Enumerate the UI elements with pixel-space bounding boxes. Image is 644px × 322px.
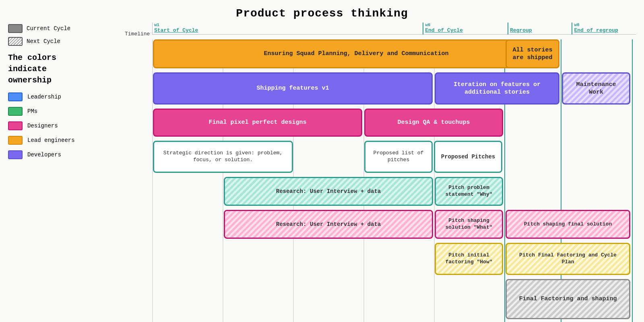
current-cycle-icon — [8, 24, 23, 33]
leadership-icon — [8, 92, 23, 101]
legend-designers: Designers — [8, 121, 75, 130]
squad-planning-text: Ensuring Squad Planning, Delivery and Co… — [264, 50, 448, 58]
timeline-week-6: w6 — [425, 23, 508, 27]
pitch-final-factoring-card: Pitch Final Factoring and Cycle Plan — [506, 243, 630, 275]
proposed-pitches-card: Proposed Pitches — [434, 141, 502, 173]
pitch-problem-card: Pitch problem statement "Why" — [435, 177, 503, 206]
timeline-label: Timeline — [125, 22, 152, 37]
page-title: Product process thinking — [0, 0, 644, 24]
pitch-final-factoring-text: Pitch Final Factoring and Cycle Plan — [512, 252, 623, 266]
timeline-week-1: w1 — [154, 23, 298, 27]
research-interview-1-text: Research: User Interview + data — [276, 188, 381, 195]
design-qa-card: Design QA & touchups — [364, 109, 503, 137]
maintenance-work-text: Maintenance Work — [569, 81, 623, 96]
pitch-initial-factoring-card: Pitch initial factoring "How" — [435, 243, 503, 275]
main-grid: Ensuring Squad Planning, Delivery and Co… — [152, 39, 632, 322]
pitch-problem-text: Pitch problem statement "Why" — [442, 185, 496, 198]
legend-lead-engineers: Lead engineers — [8, 136, 75, 145]
developers-label: Developers — [27, 152, 61, 158]
colors-title: The colorsindicateownership — [8, 52, 72, 86]
proposed-pitches-text: Proposed Pitches — [441, 153, 495, 160]
final-pixel-card: Final pixel perfect designs — [153, 109, 362, 137]
designers-icon — [8, 121, 23, 130]
final-factoring-card: Final Factoring and shaping — [506, 279, 630, 319]
final-pixel-text: Final pixel perfect designs — [208, 119, 306, 127]
leadership-label: Leadership — [27, 94, 61, 100]
lead-engineers-label: Lead engineers — [27, 137, 75, 144]
pitch-shaping-what-text: Pitch shaping solution "What" — [442, 217, 496, 231]
timeline-week-8: w8 — [574, 23, 636, 27]
pms-icon — [8, 107, 23, 116]
proposed-list-text: Proposed list of pitches — [371, 150, 426, 164]
vline-end-regroup — [632, 39, 633, 322]
pitch-shaping-final-card: Pitch shaping final solution — [506, 210, 630, 239]
pms-label: PMs — [27, 108, 37, 115]
proposed-list-card: Proposed list of pitches — [364, 141, 433, 173]
next-cycle-label: Next Cycle — [27, 38, 60, 45]
final-factoring-text: Final Factoring and shaping — [519, 295, 617, 303]
current-cycle-label: Current Cycle — [27, 25, 70, 32]
timeline-w1: w1 Start of Cycle — [152, 23, 298, 35]
all-stories-text: All stories are shipped — [512, 46, 553, 62]
research-interview-2-card: Research: User Interview + data — [224, 210, 433, 239]
developers-icon — [8, 150, 23, 159]
timeline-w8: w8 End of regroup — [572, 23, 636, 35]
maintenance-work-card: Maintenance Work — [562, 72, 630, 105]
strategic-direction-text: Strategic direction is given: problem, f… — [160, 150, 286, 164]
legend-developers: Developers — [8, 150, 75, 159]
legend: Current Cycle Next Cycle The colorsindic… — [8, 24, 75, 165]
legend-leadership: Leadership — [8, 92, 75, 101]
timeline-regroup: w7 Regroup — [508, 23, 572, 35]
lead-engineers-icon — [8, 136, 23, 145]
pitch-shaping-what-card: Pitch shaping solution "What" — [435, 210, 503, 239]
timeline-end-regroup: End of regroup — [574, 27, 636, 33]
iteration-features-text: Iteration on features or additional stor… — [442, 81, 553, 96]
legend-current-cycle: Current Cycle — [8, 24, 75, 33]
research-interview-2-text: Research: User Interview + data — [276, 221, 381, 228]
all-stories-card: All stories are shipped — [506, 39, 559, 68]
pitch-shaping-final-text: Pitch shaping final solution — [524, 221, 612, 228]
timeline-start-cycle: Start of Cycle — [154, 27, 298, 33]
designers-label: Designers — [27, 123, 58, 129]
legend-next-cycle: Next Cycle — [8, 37, 75, 46]
timeline-w6: w6 End of Cycle — [423, 23, 508, 35]
diagram: Timeline w1 Start of Cycle w6 End of Cyc… — [125, 22, 636, 322]
research-interview-1-card: Research: User Interview + data — [224, 177, 433, 206]
design-qa-text: Design QA & touchups — [397, 119, 470, 127]
next-cycle-icon — [8, 37, 23, 46]
pitch-initial-factoring-text: Pitch initial factoring "How" — [442, 252, 496, 266]
squad-planning-card: Ensuring Squad Planning, Delivery and Co… — [153, 39, 559, 68]
timeline-end-cycle: End of Cycle — [425, 27, 508, 33]
strategic-direction-card: Strategic direction is given: problem, f… — [153, 141, 293, 173]
timeline-regroup-label: Regroup — [510, 27, 572, 33]
iteration-features-card: Iteration on features or additional stor… — [435, 72, 559, 105]
legend-pms: PMs — [8, 107, 75, 116]
shipping-features-text: Shipping features v1 — [256, 84, 329, 92]
shipping-features-card: Shipping features v1 — [153, 72, 433, 105]
